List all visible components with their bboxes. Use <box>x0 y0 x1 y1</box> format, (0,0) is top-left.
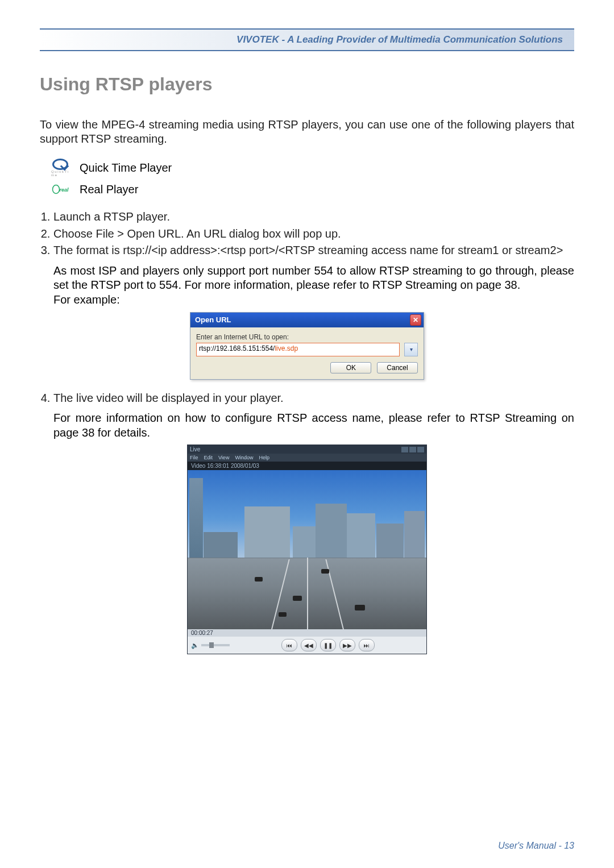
cancel-button[interactable]: Cancel <box>377 362 418 373</box>
forward-button[interactable]: ▶▶ <box>339 639 355 651</box>
svg-text:real: real <box>60 187 69 193</box>
menu-view[interactable]: View <box>218 455 229 460</box>
step-4-text: The live video will be displayed in your… <box>53 392 284 404</box>
pause-button[interactable]: ❚❚ <box>320 639 336 651</box>
close-window-icon[interactable] <box>417 447 424 452</box>
url-input[interactable]: rtsp://192.168.5.151:554/live.sdp <box>196 343 400 356</box>
header-band: VIVOTEK - A Leading Provider of Multimed… <box>40 28 574 51</box>
prev-button[interactable]: ⏮ <box>281 639 297 651</box>
player-controls: 🔈 ⏮ ◀◀ ❚❚ ▶▶ ⏭ <box>188 637 426 654</box>
player-quicktime-label: Quick Time Player <box>80 161 172 175</box>
next-button[interactable]: ⏭ <box>359 639 375 651</box>
step-1: Launch a RTSP player. <box>53 210 574 225</box>
rewind-button[interactable]: ◀◀ <box>301 639 317 651</box>
player-titlebar: Live <box>188 445 426 454</box>
menu-window[interactable]: Window <box>235 455 253 460</box>
player-real-label: Real Player <box>80 183 138 196</box>
speaker-icon: 🔈 <box>191 642 199 649</box>
intro-paragraph: To view the MPEG-4 streaming media using… <box>40 118 574 146</box>
section-title: Using RTSP players <box>40 74 574 95</box>
step-3-text: The format is rtsp://<ip address>:<rtsp … <box>53 244 563 256</box>
open-url-dialog: Open URL ✕ Enter an Internet URL to open… <box>190 312 424 380</box>
dialog-titlebar: Open URL ✕ <box>190 313 424 327</box>
brand-tagline: VIVOTEK - A Leading Provider of Multimed… <box>237 34 563 45</box>
dialog-title: Open URL <box>195 315 231 324</box>
svg-point-0 <box>53 185 60 194</box>
volume-control[interactable]: 🔈 <box>191 642 230 649</box>
step-3-detail: As most ISP and players only support por… <box>53 264 574 293</box>
close-icon[interactable]: ✕ <box>410 314 421 326</box>
video-player-window: Live File Edit View Window Help Video 16… <box>187 445 427 654</box>
dropdown-history-icon[interactable]: ▾ <box>404 343 418 356</box>
steps-list: Launch a RTSP player. Choose File > Open… <box>40 210 574 258</box>
menu-edit[interactable]: Edit <box>204 455 213 460</box>
step-4-detail: For more information on how to configure… <box>53 411 574 440</box>
player-quicktime-row: Q u i c k T i m e Quick Time Player <box>51 159 574 177</box>
timecode: 00:00:27 <box>188 629 426 637</box>
video-frame <box>188 470 426 629</box>
player-real-row: real Real Player <box>51 180 574 198</box>
quicktime-icon: Q u i c k T i m e <box>51 159 69 177</box>
realplayer-icon: real <box>51 180 69 198</box>
page-footer: User's Manual - 13 <box>498 841 574 851</box>
player-menubar: File Edit View Window Help <box>188 454 426 462</box>
step-4: The live video will be displayed in your… <box>53 391 574 406</box>
maximize-icon[interactable] <box>409 447 416 452</box>
step-2: Choose File > Open URL. An URL dialog bo… <box>53 227 574 242</box>
menu-file[interactable]: File <box>190 455 198 460</box>
ok-button[interactable]: OK <box>330 362 371 373</box>
minimize-icon[interactable] <box>401 447 408 452</box>
player-title: Live <box>190 446 200 452</box>
dialog-label: Enter an Internet URL to open: <box>196 333 418 341</box>
manual-page: VIVOTEK - A Leading Provider of Multimed… <box>0 0 614 868</box>
steps-list-cont: The live video will be displayed in your… <box>40 391 574 406</box>
video-overlay-text: Video 16:38:01 2008/01/03 <box>188 462 426 470</box>
menu-help[interactable]: Help <box>259 455 269 460</box>
step-3: The format is rtsp://<ip address>:<rtsp … <box>53 243 574 258</box>
step-3-for-example: For example: <box>53 293 574 308</box>
